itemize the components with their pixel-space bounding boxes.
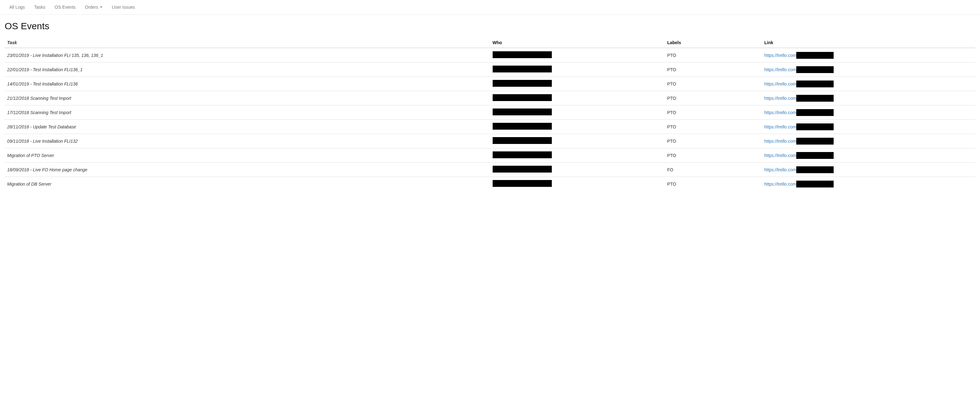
trello-link[interactable]: https://trello.com bbox=[764, 53, 796, 58]
task-cell: 09/11/2018 - Live Installation FLI132 bbox=[5, 134, 490, 148]
nav-user-issues[interactable]: User Issues bbox=[107, 0, 140, 14]
link-cell: https://trello.com bbox=[762, 105, 975, 120]
header-who: Who bbox=[490, 38, 665, 48]
task-cell: 21/12/2018 Scanning Test Import bbox=[5, 91, 490, 105]
nav-label: All Logs bbox=[10, 5, 25, 9]
header-labels: Labels bbox=[665, 38, 762, 48]
link-wrap: https://trello.com bbox=[764, 109, 973, 116]
table-row: 21/12/2018 Scanning Test ImportPTOhttps:… bbox=[5, 91, 975, 105]
link-wrap: https://trello.com bbox=[764, 180, 973, 187]
link-wrap: https://trello.com bbox=[764, 166, 973, 173]
who-cell bbox=[490, 120, 665, 134]
task-cell: 18/09/2018 - Live FO Home page change bbox=[5, 163, 490, 177]
redacted-block bbox=[493, 123, 552, 130]
nav-label: User Issues bbox=[112, 5, 135, 9]
link-cell: https://trello.com bbox=[762, 62, 975, 77]
link-wrap: https://trello.com bbox=[764, 66, 973, 73]
trello-link[interactable]: https://trello.com bbox=[764, 182, 796, 187]
redacted-block bbox=[796, 95, 834, 102]
labels-cell: PTO bbox=[665, 91, 762, 105]
nav-label: Tasks bbox=[34, 5, 46, 9]
redacted-block bbox=[493, 151, 552, 158]
redacted-block bbox=[493, 94, 552, 101]
who-cell bbox=[490, 91, 665, 105]
table-row: Migration of PTO ServerPTOhttps://trello… bbox=[5, 148, 975, 163]
labels-cell: PTO bbox=[665, 177, 762, 191]
page-title: OS Events bbox=[5, 21, 975, 32]
trello-link[interactable]: https://trello.com bbox=[764, 124, 796, 129]
who-cell bbox=[490, 148, 665, 163]
nav-os-events[interactable]: OS Events bbox=[50, 0, 80, 14]
chevron-down-icon bbox=[100, 6, 102, 8]
link-cell: https://trello.com bbox=[762, 148, 975, 163]
link-wrap: https://trello.com bbox=[764, 138, 973, 144]
link-wrap: https://trello.com bbox=[764, 52, 973, 59]
trello-link[interactable]: https://trello.com bbox=[764, 153, 796, 158]
who-cell bbox=[490, 105, 665, 120]
header-link: Link bbox=[762, 38, 975, 48]
labels-cell: FO bbox=[665, 163, 762, 177]
who-cell bbox=[490, 134, 665, 148]
who-cell bbox=[490, 77, 665, 91]
redacted-block bbox=[796, 152, 834, 159]
trello-link[interactable]: https://trello.com bbox=[764, 81, 796, 86]
labels-cell: PTO bbox=[665, 120, 762, 134]
table-row: 22/01/2019 - Test Installation FLI136_1P… bbox=[5, 62, 975, 77]
table-header-row: Task Who Labels Link bbox=[5, 38, 975, 48]
who-cell bbox=[490, 163, 665, 177]
nav-label: Orders bbox=[85, 5, 99, 9]
redacted-block bbox=[796, 166, 834, 173]
nav-label: OS Events bbox=[55, 5, 76, 9]
task-cell: Migration of DB Server bbox=[5, 177, 490, 191]
link-cell: https://trello.com bbox=[762, 177, 975, 191]
events-table: Task Who Labels Link 23/01/2019 - Live I… bbox=[5, 38, 975, 191]
task-cell: 28/11/2018 - Update Test Database bbox=[5, 120, 490, 134]
redacted-block bbox=[493, 66, 552, 73]
link-wrap: https://trello.com bbox=[764, 123, 973, 130]
header-task: Task bbox=[5, 38, 490, 48]
redacted-block bbox=[493, 180, 552, 187]
link-cell: https://trello.com bbox=[762, 91, 975, 105]
labels-cell: PTO bbox=[665, 77, 762, 91]
labels-cell: PTO bbox=[665, 148, 762, 163]
trello-link[interactable]: https://trello.com bbox=[764, 167, 796, 172]
link-cell: https://trello.com bbox=[762, 120, 975, 134]
redacted-block bbox=[796, 123, 834, 130]
redacted-block bbox=[493, 51, 552, 58]
table-row: 28/11/2018 - Update Test DatabasePTOhttp… bbox=[5, 120, 975, 134]
task-cell: 23/01/2019 - Live Installation FLI 135, … bbox=[5, 48, 490, 62]
link-cell: https://trello.com bbox=[762, 48, 975, 62]
redacted-block bbox=[493, 137, 552, 144]
redacted-block bbox=[493, 109, 552, 116]
trello-link[interactable]: https://trello.com bbox=[764, 96, 796, 101]
redacted-block bbox=[796, 81, 834, 87]
labels-cell: PTO bbox=[665, 62, 762, 77]
labels-cell: PTO bbox=[665, 134, 762, 148]
main-container: OS Events Task Who Labels Link 23/01/201… bbox=[0, 14, 980, 197]
task-cell: 22/01/2019 - Test Installation FLI136_1 bbox=[5, 62, 490, 77]
trello-link[interactable]: https://trello.com bbox=[764, 110, 796, 115]
task-cell: Migration of PTO Server bbox=[5, 148, 490, 163]
nav-tasks[interactable]: Tasks bbox=[30, 0, 50, 14]
link-cell: https://trello.com bbox=[762, 77, 975, 91]
nav-orders[interactable]: Orders bbox=[80, 0, 107, 14]
redacted-block bbox=[493, 166, 552, 173]
redacted-block bbox=[796, 138, 834, 144]
table-row: Migration of DB ServerPTOhttps://trello.… bbox=[5, 177, 975, 191]
link-wrap: https://trello.com bbox=[764, 95, 973, 102]
table-row: 18/09/2018 - Live FO Home page changeFOh… bbox=[5, 163, 975, 177]
task-cell: 14/01/2019 - Test Installation FLI136 bbox=[5, 77, 490, 91]
redacted-block bbox=[796, 52, 834, 59]
trello-link[interactable]: https://trello.com bbox=[764, 67, 796, 72]
nav-all-logs[interactable]: All Logs bbox=[5, 0, 30, 14]
nav-list: All Logs Tasks OS Events Orders User Iss… bbox=[5, 0, 975, 14]
link-wrap: https://trello.com bbox=[764, 81, 973, 87]
link-cell: https://trello.com bbox=[762, 134, 975, 148]
table-row: 09/11/2018 - Live Installation FLI132PTO… bbox=[5, 134, 975, 148]
trello-link[interactable]: https://trello.com bbox=[764, 139, 796, 144]
redacted-block bbox=[493, 80, 552, 87]
labels-cell: PTO bbox=[665, 105, 762, 120]
redacted-block bbox=[796, 180, 834, 187]
task-cell: 17/12/2018 Scanning Test Import bbox=[5, 105, 490, 120]
navbar: All Logs Tasks OS Events Orders User Iss… bbox=[0, 0, 980, 14]
